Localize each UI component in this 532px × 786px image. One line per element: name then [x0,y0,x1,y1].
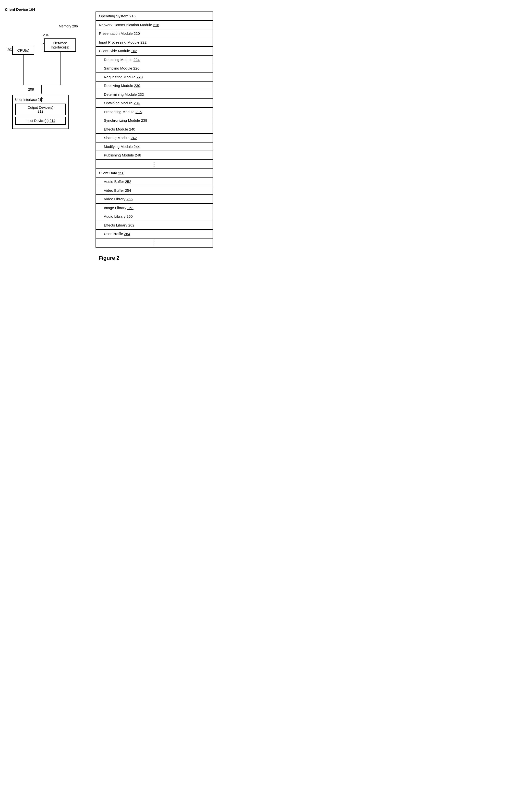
module-cell: Presentation Module 220 [96,29,213,38]
table-row: Audio Library 260 [96,212,213,221]
table-row: Sampling Module 226 [96,64,213,73]
module-cell: Synchronizing Module 238 [96,116,213,125]
module-cell: Video Library 256 [96,195,213,204]
module-cell: Modifying Module 244 [96,142,213,151]
module-cell: Obtaining Module 234 [96,99,213,108]
table-row: Client-Side Module 102 [96,47,213,55]
page-title: Client Device 104 [5,7,213,11]
table-row: Operating System 216 [96,12,213,21]
dots-row: ⋮ [96,160,213,169]
module-cell: Determining Module 232 [96,90,213,99]
module-cell: User Profile 264 [96,229,213,238]
table-row: Audio Buffer 252 [96,177,213,186]
input-device-box: Input Device(s) 214 [15,117,66,125]
figure-label: Figure 2 [5,255,213,261]
table-row: Detecting Module 224 [96,55,213,64]
module-table: Operating System 216Network Communicatio… [95,11,213,248]
table-row: Video Library 256 [96,195,213,204]
table-row: Synchronizing Module 238 [96,116,213,125]
module-cell: Effects Library 262 [96,221,213,230]
table-row: Modifying Module 244 [96,142,213,151]
left-panel: 202 CPU(s) 204 Network Interface(s) 208 … [5,11,93,178]
module-cell: Requesting Module 228 [96,73,213,82]
table-row: Obtaining Module 234 [96,99,213,108]
table-row: Image Library 258 [96,204,213,212]
module-cell: Receiving Module 230 [96,81,213,90]
table-row: ⋮ [96,160,213,169]
module-cell: Presenting Module 236 [96,108,213,116]
table-row: Effects Library 262 [96,221,213,230]
module-cell: Client-Side Module 102 [96,47,213,55]
memory-label: Memory 206 [59,24,78,28]
table-row: User Profile 264 [96,229,213,238]
table-row: Receiving Module 230 [96,81,213,90]
table-row: Sharing Module 242 [96,134,213,142]
module-cell: Effects Module 240 [96,125,213,134]
table-row: Effects Module 240 [96,125,213,134]
output-device-box: Output Device(s) 212 [15,103,66,115]
right-panel: Operating System 216Network Communicatio… [95,11,213,248]
dots-row: ⋮ [96,238,213,247]
table-row: Publishing Module 246 [96,151,213,160]
module-cell: Audio Library 260 [96,212,213,221]
label-208: 208 [28,87,34,91]
table-row: Client Data 250 [96,169,213,178]
module-cell: Audio Buffer 252 [96,177,213,186]
label-204: 204 [43,33,48,37]
table-row: Input Processing Module 222 [96,38,213,47]
module-cell: Operating System 216 [96,12,213,21]
table-row: ⋮ [96,238,213,247]
ui-label: User Interface 210 [15,98,66,101]
module-cell: Network Communication Module 218 [96,21,213,29]
module-cell: Sampling Module 226 [96,64,213,73]
module-cell: Video Buffer 254 [96,186,213,195]
user-interface-box: User Interface 210 Output Device(s) 212 … [12,95,69,129]
table-row: Network Communication Module 218 [96,21,213,29]
module-cell: Client Data 250 [96,169,213,178]
table-row: Presentation Module 220 [96,29,213,38]
network-interface-box: Network Interface(s) [44,39,76,52]
table-row: Video Buffer 254 [96,186,213,195]
cpu-box: CPU(s) [12,46,34,55]
module-cell: Detecting Module 224 [96,55,213,64]
table-row: Requesting Module 228 [96,73,213,82]
module-cell: Publishing Module 246 [96,151,213,160]
module-cell: Input Processing Module 222 [96,38,213,47]
table-row: Presenting Module 236 [96,108,213,116]
module-cell: Image Library 258 [96,204,213,212]
module-cell: Sharing Module 242 [96,134,213,142]
table-row: Determining Module 232 [96,90,213,99]
